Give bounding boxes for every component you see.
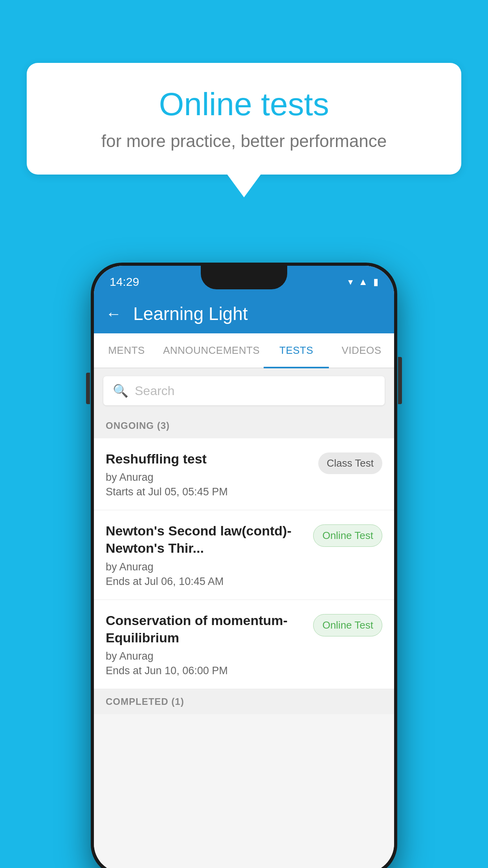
speech-bubble: Online tests for more practice, better p… <box>27 63 461 175</box>
test-info-reshuffling: Reshuffling test by Anurag Starts at Jul… <box>106 450 318 498</box>
test-author-newtons: by Anurag <box>106 561 305 573</box>
ongoing-section-header: ONGOING (3) <box>94 413 394 438</box>
phone-frame: 14:29 ▾ ▲ ▮ ← Learning Light ME <box>91 263 397 868</box>
wifi-icon: ▾ <box>348 276 353 287</box>
test-time-reshuffling: Starts at Jul 05, 05:45 PM <box>106 486 310 498</box>
phone-screen: 14:29 ▾ ▲ ▮ ← Learning Light ME <box>94 266 394 868</box>
status-time: 14:29 <box>110 275 139 289</box>
test-badge-newtons: Online Test <box>313 524 382 547</box>
test-title-newtons: Newton's Second law(contd)-Newton's Thir… <box>106 522 305 557</box>
tabs-bar: MENTS ANNOUNCEMENTS TESTS VIDEOS <box>94 333 394 368</box>
test-info-newtons: Newton's Second law(contd)-Newton's Thir… <box>106 522 313 587</box>
test-item-conservation[interactable]: Conservation of momentum-Equilibrium by … <box>94 600 394 689</box>
tab-announcements[interactable]: ANNOUNCEMENTS <box>159 333 264 368</box>
completed-section-header: COMPLETED (1) <box>94 689 394 714</box>
test-author-conservation: by Anurag <box>106 650 305 662</box>
test-badge-conservation: Online Test <box>313 614 382 636</box>
test-title-conservation: Conservation of momentum-Equilibrium <box>106 612 305 646</box>
power-button <box>398 357 402 404</box>
signal-icon: ▲ <box>358 276 368 287</box>
search-icon: 🔍 <box>113 383 128 398</box>
promo-section: Online tests for more practice, better p… <box>27 63 461 197</box>
app-header: ← Learning Light <box>94 294 394 333</box>
status-icons: ▾ ▲ ▮ <box>348 276 378 287</box>
test-time-newtons: Ends at Jul 06, 10:45 AM <box>106 576 305 588</box>
tab-tests[interactable]: TESTS <box>264 333 329 368</box>
search-input[interactable]: Search <box>135 384 174 398</box>
phone-mockup: 14:29 ▾ ▲ ▮ ← Learning Light ME <box>91 263 397 868</box>
back-button[interactable]: ← <box>106 305 121 323</box>
tab-ments[interactable]: MENTS <box>94 333 159 368</box>
test-item-reshuffling[interactable]: Reshuffling test by Anurag Starts at Jul… <box>94 438 394 510</box>
phone-notch <box>201 266 287 289</box>
volume-button <box>86 373 90 404</box>
phone-content: MENTS ANNOUNCEMENTS TESTS VIDEOS 🔍 Searc… <box>94 333 394 868</box>
bubble-subtitle: for more practice, better performance <box>54 131 434 151</box>
tab-videos[interactable]: VIDEOS <box>329 333 394 368</box>
search-section: 🔍 Search <box>94 368 394 413</box>
test-time-conservation: Ends at Jun 10, 06:00 PM <box>106 665 305 677</box>
bubble-tail <box>227 174 261 197</box>
bubble-title: Online tests <box>54 86 434 122</box>
battery-icon: ▮ <box>373 276 378 287</box>
test-author-reshuffling: by Anurag <box>106 471 310 484</box>
search-bar[interactable]: 🔍 Search <box>103 376 385 405</box>
test-badge-reshuffling: Class Test <box>318 452 382 474</box>
app-title: Learning Light <box>133 303 248 324</box>
test-info-conservation: Conservation of momentum-Equilibrium by … <box>106 612 313 677</box>
test-title-reshuffling: Reshuffling test <box>106 450 310 467</box>
test-item-newtons[interactable]: Newton's Second law(contd)-Newton's Thir… <box>94 510 394 600</box>
